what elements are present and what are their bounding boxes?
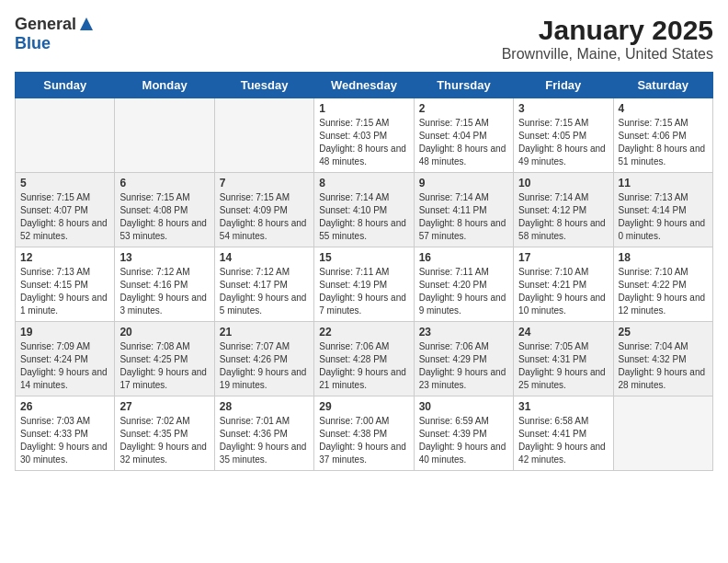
day-number: 28 — [220, 400, 309, 413]
day-info: Sunrise: 7:14 AM Sunset: 4:10 PM Dayligh… — [319, 191, 408, 243]
calendar-cell — [115, 98, 214, 173]
calendar-week-row: 26Sunrise: 7:03 AM Sunset: 4:33 PM Dayli… — [16, 396, 713, 471]
day-info: Sunrise: 7:13 AM Sunset: 4:14 PM Dayligh… — [619, 191, 708, 243]
day-info: Sunrise: 7:15 AM Sunset: 4:07 PM Dayligh… — [20, 191, 109, 243]
day-number: 17 — [518, 251, 608, 264]
day-number: 8 — [319, 177, 408, 190]
calendar-cell: 21Sunrise: 7:07 AM Sunset: 4:26 PM Dayli… — [214, 322, 313, 396]
calendar-cell: 17Sunrise: 7:10 AM Sunset: 4:21 PM Dayli… — [514, 247, 613, 322]
calendar: SundayMondayTuesdayWednesdayThursdayFrid… — [15, 72, 713, 471]
calendar-cell: 8Sunrise: 7:14 AM Sunset: 4:10 PM Daylig… — [314, 173, 414, 247]
calendar-cell: 24Sunrise: 7:05 AM Sunset: 4:31 PM Dayli… — [514, 322, 613, 396]
day-number: 27 — [119, 400, 209, 413]
day-number: 5 — [20, 177, 109, 190]
day-number: 25 — [619, 326, 708, 339]
weekday-header: Saturday — [613, 73, 712, 98]
weekday-header: Friday — [514, 73, 613, 98]
day-number: 7 — [220, 177, 309, 190]
day-number: 16 — [419, 251, 508, 264]
day-number: 6 — [119, 177, 209, 190]
day-info: Sunrise: 6:59 AM Sunset: 4:39 PM Dayligh… — [419, 415, 508, 466]
day-info: Sunrise: 7:02 AM Sunset: 4:35 PM Dayligh… — [119, 415, 209, 466]
calendar-cell: 19Sunrise: 7:09 AM Sunset: 4:24 PM Dayli… — [16, 322, 115, 396]
calendar-cell: 29Sunrise: 7:00 AM Sunset: 4:38 PM Dayli… — [314, 396, 414, 471]
day-number: 26 — [20, 400, 109, 413]
location-title: Brownville, Maine, United States — [502, 46, 713, 63]
day-info: Sunrise: 7:15 AM Sunset: 4:04 PM Dayligh… — [419, 117, 508, 168]
logo-triangle-icon — [78, 16, 95, 32]
day-number: 2 — [419, 102, 508, 115]
calendar-cell — [16, 98, 115, 173]
calendar-cell: 18Sunrise: 7:10 AM Sunset: 4:22 PM Dayli… — [613, 247, 712, 322]
day-info: Sunrise: 7:15 AM Sunset: 4:03 PM Dayligh… — [319, 117, 408, 168]
calendar-cell: 7Sunrise: 7:15 AM Sunset: 4:09 PM Daylig… — [214, 173, 313, 247]
calendar-cell: 11Sunrise: 7:13 AM Sunset: 4:14 PM Dayli… — [613, 173, 712, 247]
day-info: Sunrise: 7:15 AM Sunset: 4:09 PM Dayligh… — [220, 191, 309, 243]
calendar-cell: 23Sunrise: 7:06 AM Sunset: 4:29 PM Dayli… — [414, 322, 513, 396]
day-info: Sunrise: 6:58 AM Sunset: 4:41 PM Dayligh… — [518, 415, 608, 466]
calendar-cell: 12Sunrise: 7:13 AM Sunset: 4:15 PM Dayli… — [16, 247, 115, 322]
day-number: 11 — [619, 177, 708, 190]
calendar-cell: 2Sunrise: 7:15 AM Sunset: 4:04 PM Daylig… — [414, 98, 513, 173]
day-info: Sunrise: 7:15 AM Sunset: 4:08 PM Dayligh… — [119, 191, 209, 243]
calendar-cell: 22Sunrise: 7:06 AM Sunset: 4:28 PM Dayli… — [314, 322, 414, 396]
weekday-header-row: SundayMondayTuesdayWednesdayThursdayFrid… — [16, 73, 713, 98]
svg-marker-0 — [80, 17, 93, 30]
month-title: January 2025 — [502, 15, 713, 46]
calendar-week-row: 19Sunrise: 7:09 AM Sunset: 4:24 PM Dayli… — [16, 322, 713, 396]
calendar-cell: 30Sunrise: 6:59 AM Sunset: 4:39 PM Dayli… — [414, 396, 513, 471]
weekday-header: Thursday — [414, 73, 513, 98]
day-info: Sunrise: 7:12 AM Sunset: 4:17 PM Dayligh… — [220, 266, 309, 317]
day-number: 30 — [419, 400, 508, 413]
calendar-cell: 25Sunrise: 7:04 AM Sunset: 4:32 PM Dayli… — [613, 322, 712, 396]
day-number: 20 — [119, 326, 209, 339]
calendar-cell: 28Sunrise: 7:01 AM Sunset: 4:36 PM Dayli… — [214, 396, 313, 471]
day-number: 3 — [518, 102, 608, 115]
day-number: 12 — [20, 251, 109, 264]
calendar-week-row: 5Sunrise: 7:15 AM Sunset: 4:07 PM Daylig… — [16, 173, 713, 247]
day-info: Sunrise: 7:14 AM Sunset: 4:12 PM Dayligh… — [518, 191, 608, 243]
day-info: Sunrise: 7:09 AM Sunset: 4:24 PM Dayligh… — [20, 340, 109, 392]
calendar-cell: 14Sunrise: 7:12 AM Sunset: 4:17 PM Dayli… — [214, 247, 313, 322]
day-info: Sunrise: 7:13 AM Sunset: 4:15 PM Dayligh… — [20, 266, 109, 317]
day-number: 4 — [619, 102, 708, 115]
header: General Blue January 2025 Brownville, Ma… — [15, 15, 713, 63]
day-number: 15 — [319, 251, 408, 264]
calendar-cell: 31Sunrise: 6:58 AM Sunset: 4:41 PM Dayli… — [514, 396, 613, 471]
logo-general: General — [15, 15, 76, 34]
day-number: 29 — [319, 400, 408, 413]
calendar-cell: 4Sunrise: 7:15 AM Sunset: 4:06 PM Daylig… — [613, 98, 712, 173]
day-number: 21 — [220, 326, 309, 339]
day-info: Sunrise: 7:11 AM Sunset: 4:20 PM Dayligh… — [419, 266, 508, 317]
day-number: 22 — [319, 326, 408, 339]
day-number: 1 — [319, 102, 408, 115]
day-info: Sunrise: 7:12 AM Sunset: 4:16 PM Dayligh… — [119, 266, 209, 317]
weekday-header: Tuesday — [214, 73, 313, 98]
day-info: Sunrise: 7:01 AM Sunset: 4:36 PM Dayligh… — [220, 415, 309, 466]
calendar-cell: 1Sunrise: 7:15 AM Sunset: 4:03 PM Daylig… — [314, 98, 414, 173]
day-number: 19 — [20, 326, 109, 339]
calendar-cell: 13Sunrise: 7:12 AM Sunset: 4:16 PM Dayli… — [115, 247, 214, 322]
day-number: 9 — [419, 177, 508, 190]
calendar-cell: 3Sunrise: 7:15 AM Sunset: 4:05 PM Daylig… — [514, 98, 613, 173]
day-info: Sunrise: 7:08 AM Sunset: 4:25 PM Dayligh… — [119, 340, 209, 392]
day-info: Sunrise: 7:05 AM Sunset: 4:31 PM Dayligh… — [518, 340, 608, 392]
day-info: Sunrise: 7:04 AM Sunset: 4:32 PM Dayligh… — [619, 340, 708, 392]
logo: General Blue — [15, 15, 95, 53]
calendar-week-row: 12Sunrise: 7:13 AM Sunset: 4:15 PM Dayli… — [16, 247, 713, 322]
calendar-cell: 26Sunrise: 7:03 AM Sunset: 4:33 PM Dayli… — [16, 396, 115, 471]
day-info: Sunrise: 7:06 AM Sunset: 4:28 PM Dayligh… — [319, 340, 408, 392]
logo-blue: Blue — [15, 34, 51, 52]
day-number: 14 — [220, 251, 309, 264]
calendar-cell: 6Sunrise: 7:15 AM Sunset: 4:08 PM Daylig… — [115, 173, 214, 247]
calendar-cell: 16Sunrise: 7:11 AM Sunset: 4:20 PM Dayli… — [414, 247, 513, 322]
day-info: Sunrise: 7:07 AM Sunset: 4:26 PM Dayligh… — [220, 340, 309, 392]
calendar-cell: 20Sunrise: 7:08 AM Sunset: 4:25 PM Dayli… — [115, 322, 214, 396]
calendar-cell: 10Sunrise: 7:14 AM Sunset: 4:12 PM Dayli… — [514, 173, 613, 247]
title-area: January 2025 Brownville, Maine, United S… — [502, 15, 713, 63]
day-info: Sunrise: 7:03 AM Sunset: 4:33 PM Dayligh… — [20, 415, 109, 466]
calendar-cell: 9Sunrise: 7:14 AM Sunset: 4:11 PM Daylig… — [414, 173, 513, 247]
day-info: Sunrise: 7:00 AM Sunset: 4:38 PM Dayligh… — [319, 415, 408, 466]
calendar-cell: 27Sunrise: 7:02 AM Sunset: 4:35 PM Dayli… — [115, 396, 214, 471]
day-number: 18 — [619, 251, 708, 264]
